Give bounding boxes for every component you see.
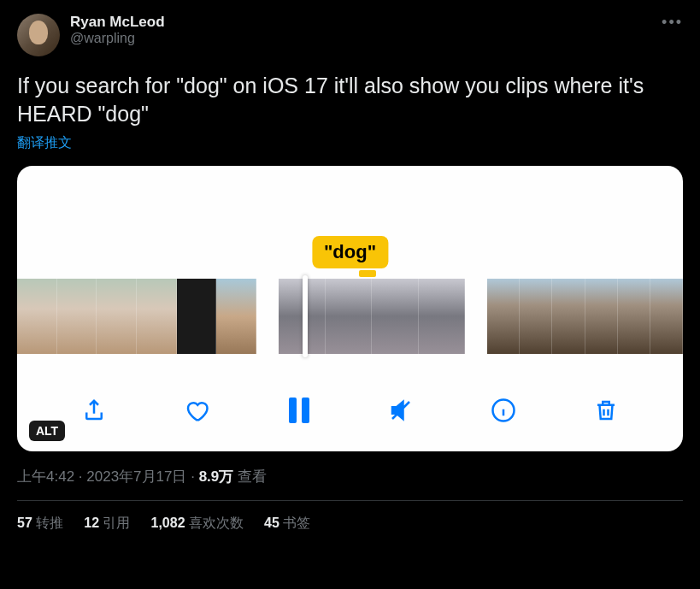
display-name: Ryan McLeod xyxy=(70,14,165,31)
tweet-container: Ryan McLeod @warpling ••• If you search … xyxy=(0,0,700,546)
clip-group[interactable] xyxy=(279,279,465,354)
video-frame xyxy=(650,279,683,354)
tweet-meta: 上午4:42 · 2023年7月17日 · 8.9万 查看 xyxy=(17,467,683,486)
caption-bubble: "dog" xyxy=(312,236,388,268)
video-frame xyxy=(372,279,419,354)
alt-badge[interactable]: ALT xyxy=(29,421,65,441)
video-frame xyxy=(57,279,97,354)
heart-icon[interactable] xyxy=(181,395,212,426)
video-frame xyxy=(618,279,650,354)
video-frame xyxy=(520,279,552,354)
video-frame xyxy=(97,279,137,354)
video-frame xyxy=(419,279,466,354)
trash-icon[interactable] xyxy=(591,395,621,426)
share-icon[interactable] xyxy=(79,395,109,426)
video-filmstrip[interactable] xyxy=(17,279,683,354)
pause-icon[interactable] xyxy=(284,395,315,426)
video-frame xyxy=(137,279,177,354)
video-frame xyxy=(177,279,217,354)
quotes-stat[interactable]: 12 引用 xyxy=(84,515,130,533)
translate-link[interactable]: 翻译推文 xyxy=(17,134,72,152)
tweet-date[interactable]: 2023年7月17日 xyxy=(86,468,186,485)
video-frame xyxy=(552,279,585,354)
clip-group[interactable] xyxy=(487,279,683,354)
avatar[interactable] xyxy=(17,14,60,56)
tweet-header: Ryan McLeod @warpling ••• xyxy=(17,14,683,56)
info-icon[interactable] xyxy=(488,395,519,426)
media-toolbar xyxy=(17,395,683,426)
bookmarks-stat[interactable]: 45 书签 xyxy=(264,515,310,533)
likes-stat[interactable]: 1,082 喜欢次数 xyxy=(151,515,244,533)
clip-group[interactable] xyxy=(17,279,256,354)
video-frame xyxy=(216,279,256,354)
views-count: 8.9万 xyxy=(199,468,234,485)
mute-icon[interactable] xyxy=(385,395,416,426)
video-frame xyxy=(17,279,57,354)
video-frame xyxy=(326,279,373,354)
scrubber-handle[interactable] xyxy=(303,275,308,357)
media-attachment[interactable]: "dog" xyxy=(17,166,683,451)
playhead-marker xyxy=(359,270,376,277)
retweets-stat[interactable]: 57 转推 xyxy=(17,515,63,533)
video-frame xyxy=(487,279,520,354)
user-info[interactable]: Ryan McLeod @warpling xyxy=(70,14,165,46)
video-frame xyxy=(585,279,618,354)
more-options-icon[interactable]: ••• xyxy=(662,14,683,32)
user-handle: @warpling xyxy=(70,31,165,46)
tweet-text: If you search for "dog" on iOS 17 it'll … xyxy=(17,72,683,127)
tweet-stats: 57 转推 12 引用 1,082 喜欢次数 45 书签 xyxy=(17,515,683,533)
views-label: 查看 xyxy=(233,468,267,485)
tweet-time[interactable]: 上午4:42 xyxy=(17,468,74,485)
divider xyxy=(17,500,683,501)
